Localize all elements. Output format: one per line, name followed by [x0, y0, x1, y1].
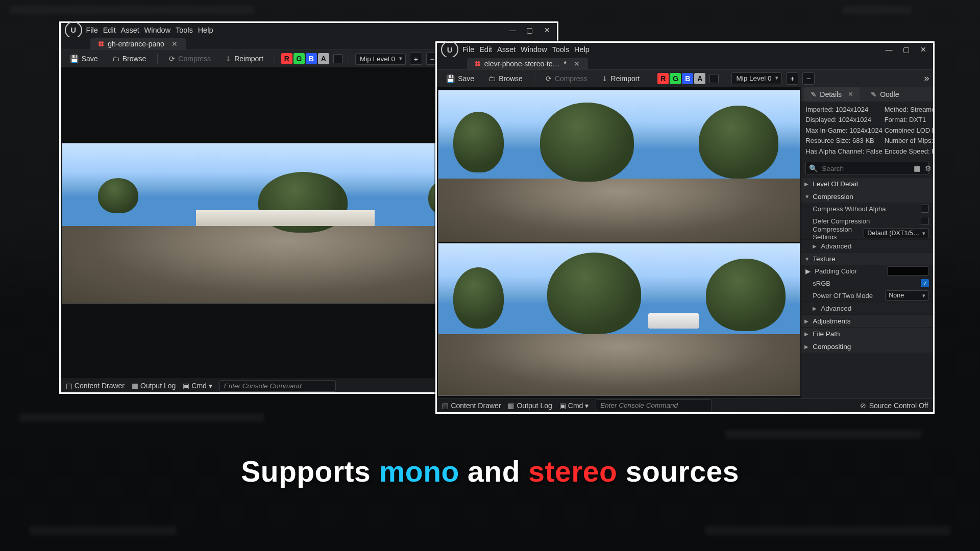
menu-help[interactable]: Help — [198, 26, 213, 34]
texture-info: Imported: 1024x1024 Displayed: 1024x1024… — [801, 102, 933, 160]
ue-logo-icon: U — [65, 21, 82, 39]
panel-gear-icon[interactable]: ⚙ — [923, 164, 933, 173]
menu-edit[interactable]: Edit — [479, 45, 492, 54]
asset-type-icon — [475, 61, 480, 66]
asset-tab[interactable]: elevr-phone-stereo-te… * ✕ — [467, 58, 588, 69]
details-panel-header: ✎Details✕ ✎Oodle — [801, 87, 933, 102]
browse-button[interactable]: 🗀Browse — [107, 53, 152, 65]
menu-edit[interactable]: Edit — [103, 26, 116, 34]
mip-level-dropdown[interactable]: Mip Level 0 — [355, 53, 406, 65]
section-compositing[interactable]: ▶Compositing — [801, 340, 933, 353]
channel-g-toggle[interactable]: G — [670, 73, 681, 84]
tab-close-icon[interactable]: ✕ — [172, 40, 178, 48]
details-panel: ✎Details✕ ✎Oodle Imported: 1024x1024 Dis… — [801, 87, 933, 398]
power-of-two-dropdown[interactable]: None — [885, 290, 929, 300]
log-icon: ▥ — [508, 402, 514, 410]
menu-window[interactable]: Window — [521, 45, 547, 54]
output-log-button[interactable]: ▥Output Log — [132, 382, 176, 390]
channel-b-toggle[interactable]: B — [682, 73, 693, 84]
srgb-checkbox[interactable] — [921, 279, 929, 287]
section-compression[interactable]: ▼Compression — [801, 190, 933, 203]
section-advanced-2[interactable]: ▶Advanced — [801, 302, 933, 314]
toolbar-overflow-icon[interactable]: » — [924, 73, 929, 84]
channel-r-toggle[interactable]: R — [657, 73, 669, 84]
compression-settings-dropdown[interactable]: Default (DXT1/5… — [864, 228, 929, 238]
reimport-icon: ⤓ — [602, 74, 608, 83]
toolbar-checkbox[interactable] — [709, 74, 719, 83]
asset-type-icon — [99, 41, 104, 46]
tab-close-icon[interactable]: ✕ — [574, 60, 580, 68]
info-alpha: Has Alpha Channel: False — [805, 146, 882, 157]
mip-plus-button[interactable]: + — [786, 72, 798, 85]
menu-asset[interactable]: Asset — [120, 26, 139, 34]
content-drawer-button[interactable]: ▤Content Drawer — [442, 402, 501, 410]
oodle-tab[interactable]: ✎Oodle — [865, 87, 905, 102]
browse-button[interactable]: 🗀Browse — [483, 72, 528, 85]
defer-compression-checkbox[interactable] — [921, 217, 929, 225]
source-control-button[interactable]: ⊘Source Control Off — [860, 402, 928, 410]
prop-power-of-two: Power Of Two ModeNone — [801, 289, 933, 302]
toolbar-checkbox[interactable] — [333, 54, 342, 63]
section-lod[interactable]: ▶Level Of Detail — [801, 177, 933, 190]
menu-window[interactable]: Window — [144, 26, 171, 34]
reimport-button[interactable]: ⤓Reimport — [220, 53, 268, 65]
info-method: Method: Streamed — [885, 105, 934, 115]
details-search-input[interactable] — [821, 164, 909, 173]
window-maximize-button[interactable]: ▢ — [521, 22, 538, 38]
prop-compression-settings: Compression SettingsDefault (DXT1/5… — [801, 227, 933, 239]
menu-tools[interactable]: Tools — [176, 26, 193, 34]
section-texture[interactable]: ▼Texture — [801, 252, 933, 265]
window-maximize-button[interactable]: ▢ — [897, 42, 915, 57]
channel-g-toggle[interactable]: G — [293, 53, 305, 64]
tab-modified-dot: * — [564, 60, 567, 68]
section-adjustments[interactable]: ▶Adjustments — [801, 314, 933, 327]
section-advanced-1[interactable]: ▶Advanced — [801, 239, 933, 252]
mip-level-dropdown[interactable]: Mip Level 0 — [731, 72, 782, 84]
window-minimize-button[interactable]: — — [504, 22, 521, 38]
save-button[interactable]: 💾Save — [441, 72, 479, 85]
compress-without-alpha-checkbox[interactable] — [921, 205, 929, 213]
compress-button[interactable]: ⟳Compress — [541, 72, 593, 85]
save-button[interactable]: 💾Save — [65, 53, 103, 65]
compress-button[interactable]: ⟳Compress — [164, 53, 216, 65]
compress-icon: ⟳ — [169, 55, 175, 63]
log-icon: ▥ — [132, 382, 138, 390]
info-format: Format: DXT1 — [885, 115, 934, 126]
menu-help[interactable]: Help — [574, 45, 590, 54]
terminal-icon: ▣ — [559, 402, 566, 410]
texture-viewport[interactable] — [437, 87, 801, 398]
channel-a-toggle[interactable]: A — [694, 73, 705, 84]
menu-tools[interactable]: Tools — [552, 45, 569, 54]
details-tab[interactable]: ✎Details✕ — [804, 87, 860, 102]
channel-a-toggle[interactable]: A — [318, 53, 329, 64]
details-tab-close-icon[interactable]: ✕ — [848, 90, 853, 98]
output-log-button[interactable]: ▥Output Log — [508, 402, 552, 410]
search-icon: 🔍 — [809, 164, 818, 172]
details-search[interactable]: 🔍 ▦ ⚙ — [805, 162, 929, 175]
cmd-dropdown[interactable]: ▣Cmd▾ — [559, 402, 589, 410]
status-bar: ▤Content Drawer ▥Output Log ▣Cmd▾ Enter … — [437, 398, 933, 412]
window-close-button[interactable]: ✕ — [915, 42, 932, 57]
menu-file[interactable]: File — [462, 45, 474, 54]
mip-minus-button[interactable]: − — [802, 72, 815, 85]
cmd-dropdown[interactable]: ▣Cmd▾ — [183, 382, 212, 390]
padding-color-swatch[interactable] — [887, 266, 929, 276]
save-icon: 💾 — [70, 55, 79, 63]
panel-grid-icon[interactable]: ▦ — [912, 164, 921, 173]
menu-asset[interactable]: Asset — [497, 45, 516, 54]
asset-tab[interactable]: gh-entrance-pano ✕ — [90, 38, 186, 49]
reimport-button[interactable]: ⤓Reimport — [597, 72, 645, 85]
console-input[interactable]: Enter Console Command — [596, 399, 712, 411]
window-close-button[interactable]: ✕ — [538, 22, 556, 38]
mip-plus-button[interactable]: + — [410, 53, 422, 65]
channel-r-toggle[interactable]: R — [281, 53, 292, 64]
info-resource: Resource Size: 683 KB — [805, 136, 882, 146]
window-minimize-button[interactable]: — — [880, 42, 897, 57]
menu-file[interactable]: File — [86, 26, 97, 34]
channel-b-toggle[interactable]: B — [306, 53, 317, 64]
section-file-path[interactable]: ▶File Path — [801, 327, 933, 340]
menu-bar: File Edit Asset Window Tools Help — [86, 26, 503, 34]
prop-padding-color: ▶Padding Color — [801, 265, 933, 277]
content-drawer-button[interactable]: ▤Content Drawer — [66, 382, 125, 390]
console-input[interactable]: Enter Console Command — [219, 380, 336, 392]
